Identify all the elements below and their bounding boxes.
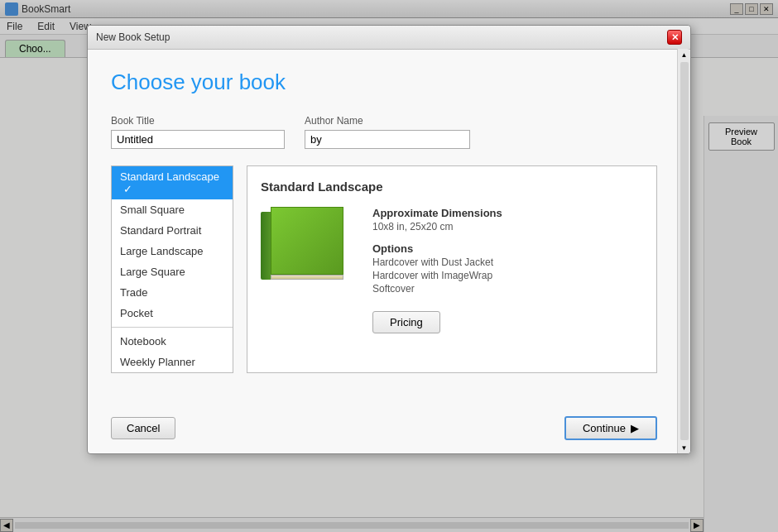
options-label: Options	[372, 242, 643, 255]
continue-button[interactable]: Continue ▶	[564, 416, 657, 440]
form-row: Book Title Author Name	[111, 115, 657, 149]
book-illustration	[261, 207, 348, 280]
author-name-label: Author Name	[305, 115, 470, 127]
option-hardcover-imagewrap: Hardcover with ImageWrap	[372, 270, 643, 281]
option-softcover: Softcover	[372, 283, 643, 295]
book-preview	[261, 207, 356, 359]
book-type-standard-portrait[interactable]: Standard Portrait	[112, 220, 233, 241]
book-type-notebook[interactable]: Notebook	[112, 331, 233, 352]
book-type-large-square[interactable]: Large Square	[112, 261, 233, 282]
dialog-titlebar: New Book Setup ✕	[88, 26, 690, 50]
dialog: New Book Setup ✕ ▲ ▼ Choose your book Bo…	[87, 25, 691, 454]
pricing-button[interactable]: Pricing	[372, 311, 440, 333]
book-title-input[interactable]	[111, 130, 285, 149]
book-type-pocket[interactable]: Pocket	[112, 303, 233, 324]
continue-arrow-icon: ▶	[631, 422, 639, 434]
dimensions-section: Approximate Dimensions 10x8 in, 25x20 cm	[372, 207, 643, 232]
dimensions-value: 10x8 in, 25x20 cm	[372, 221, 643, 232]
dialog-scrollbar[interactable]: ▲ ▼	[677, 49, 690, 453]
book-detail-panel: Standard Landscape	[247, 165, 657, 373]
dialog-close-button[interactable]: ✕	[667, 30, 682, 45]
author-name-group: Author Name	[305, 115, 470, 149]
book-type-small-square[interactable]: Small Square	[112, 199, 233, 220]
detail-content: Approximate Dimensions 10x8 in, 25x20 cm…	[261, 207, 643, 359]
dialog-scroll-up[interactable]: ▲	[679, 49, 690, 60]
detail-title: Standard Landscape	[261, 180, 643, 194]
dialog-heading: Choose your book	[111, 69, 657, 95]
book-bottom	[271, 275, 343, 280]
cancel-button[interactable]: Cancel	[111, 417, 175, 439]
author-name-input[interactable]	[305, 130, 470, 149]
book-type-list: Standard Landscape ✓ Small Square Standa…	[111, 165, 233, 373]
dialog-title: New Book Setup	[96, 31, 170, 43]
book-front	[271, 207, 343, 275]
book-type-standard-landscape[interactable]: Standard Landscape ✓	[112, 166, 233, 199]
dialog-body: Choose your book Book Title Author Name …	[88, 50, 690, 410]
dialog-footer: Cancel Continue ▶	[88, 410, 690, 453]
book-title-group: Book Title	[111, 115, 285, 149]
options-section: Options Hardcover with Dust Jacket Hardc…	[372, 242, 643, 295]
book-type-weekly-planner[interactable]: Weekly Planner	[112, 352, 233, 372]
option-hardcover-dust: Hardcover with Dust Jacket	[372, 256, 643, 268]
modal-overlay: New Book Setup ✕ ▲ ▼ Choose your book Bo…	[0, 0, 778, 532]
book-title-label: Book Title	[111, 115, 285, 127]
dimensions-label: Approximate Dimensions	[372, 207, 643, 219]
checkmark-icon: ✓	[123, 183, 132, 195]
detail-info: Approximate Dimensions 10x8 in, 25x20 cm…	[372, 207, 643, 359]
content-area: Standard Landscape ✓ Small Square Standa…	[111, 165, 657, 373]
book-type-divider	[112, 327, 233, 328]
dialog-scroll-down[interactable]: ▼	[679, 442, 690, 453]
book-type-trade[interactable]: Trade	[112, 282, 233, 303]
book-type-large-landscape[interactable]: Large Landscape	[112, 241, 233, 261]
